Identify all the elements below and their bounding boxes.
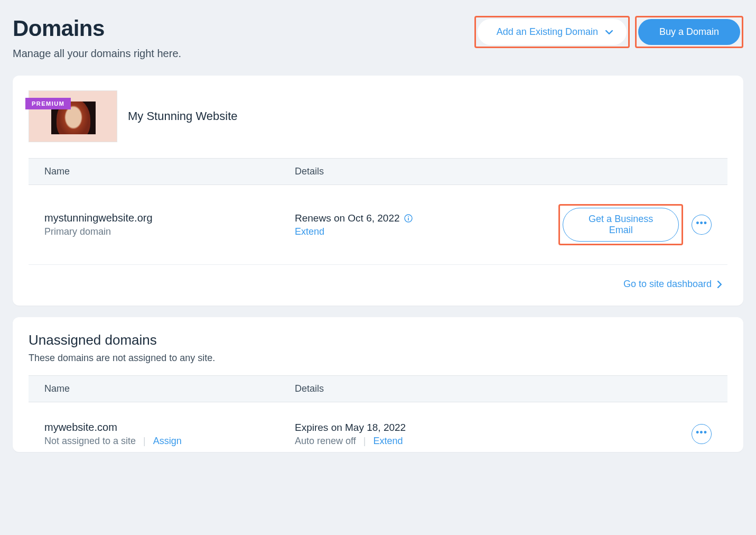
th-name: Name bbox=[44, 383, 295, 394]
svg-rect-1 bbox=[408, 218, 409, 220]
header-actions: Add an Existing Domain Buy a Domain bbox=[474, 16, 743, 48]
page-header: Domains Manage all your domains right he… bbox=[13, 16, 743, 60]
unassigned-subtitle: These domains are not assigned to any si… bbox=[29, 353, 727, 364]
domain-actions-cell: Get a Business Email ••• bbox=[558, 204, 712, 245]
site-card: PREMIUM My Stunning Website Name Details… bbox=[13, 76, 743, 306]
assign-link[interactable]: Assign bbox=[153, 436, 182, 447]
unassigned-table-header: Name Details bbox=[29, 375, 727, 402]
renewal-text: Renews on Oct 6, 2022 bbox=[295, 213, 558, 224]
buy-domain-label: Buy a Domain bbox=[659, 26, 719, 38]
add-existing-domain-button[interactable]: Add an Existing Domain bbox=[478, 19, 627, 45]
th-name: Name bbox=[44, 166, 295, 177]
domain-name: mystunningwebsite.org bbox=[44, 212, 295, 224]
domain-name-cell: mywebsite.com Not assigned to a site | A… bbox=[44, 421, 295, 447]
domain-subtext: Not assigned to a site | Assign bbox=[44, 436, 295, 447]
th-details: Details bbox=[295, 383, 712, 394]
info-icon[interactable] bbox=[404, 214, 413, 223]
chevron-down-icon bbox=[605, 29, 613, 36]
highlight-business-email: Get a Business Email bbox=[558, 204, 683, 245]
autorenew-line: Auto renew off | Extend bbox=[295, 436, 558, 447]
expiry-label: Expires on May 18, 2022 bbox=[295, 422, 406, 433]
dashboard-link-label: Go to site dashboard bbox=[623, 279, 712, 290]
highlight-add-existing: Add an Existing Domain bbox=[474, 16, 630, 48]
page-subtitle: Manage all your domains right here. bbox=[13, 48, 181, 60]
unassigned-sub-label: Not assigned to a site bbox=[44, 436, 136, 447]
separator: | bbox=[143, 436, 146, 447]
autorenew-label: Auto renew off bbox=[295, 436, 356, 447]
domain-subtext: Primary domain bbox=[44, 226, 295, 237]
highlight-buy-domain: Buy a Domain bbox=[635, 16, 743, 48]
th-details: Details bbox=[295, 166, 712, 177]
site-thumbnail: PREMIUM bbox=[29, 90, 117, 142]
site-card-footer: Go to site dashboard bbox=[13, 265, 743, 306]
expiry-text: Expires on May 18, 2022 bbox=[295, 422, 558, 433]
more-actions-button[interactable]: ••• bbox=[692, 424, 712, 444]
extend-link[interactable]: Extend bbox=[295, 226, 324, 237]
domain-name: mywebsite.com bbox=[44, 421, 295, 433]
domain-name-cell: mystunningwebsite.org Primary domain bbox=[44, 212, 295, 237]
domain-details-cell: Renews on Oct 6, 2022 Extend bbox=[295, 213, 558, 237]
table-row: mystunningwebsite.org Primary domain Ren… bbox=[29, 185, 727, 265]
premium-badge: PREMIUM bbox=[25, 98, 71, 109]
get-business-email-button[interactable]: Get a Business Email bbox=[563, 208, 679, 242]
chevron-right-icon bbox=[717, 281, 722, 288]
extend-line: Extend bbox=[295, 226, 558, 237]
site-header: PREMIUM My Stunning Website bbox=[13, 76, 743, 158]
unassigned-card: Unassigned domains These domains are not… bbox=[13, 317, 743, 452]
page-title: Domains bbox=[13, 16, 181, 41]
table-row: mywebsite.com Not assigned to a site | A… bbox=[29, 402, 727, 452]
unassigned-header: Unassigned domains These domains are not… bbox=[13, 317, 743, 375]
extend-link[interactable]: Extend bbox=[373, 436, 403, 447]
site-table-header: Name Details bbox=[29, 158, 727, 185]
renewal-label: Renews on Oct 6, 2022 bbox=[295, 213, 400, 224]
domain-details-cell: Expires on May 18, 2022 Auto renew off |… bbox=[295, 422, 558, 447]
go-to-dashboard-link[interactable]: Go to site dashboard bbox=[623, 279, 722, 290]
more-actions-button[interactable]: ••• bbox=[692, 215, 712, 235]
header-titles: Domains Manage all your domains right he… bbox=[13, 16, 181, 60]
site-title: My Stunning Website bbox=[128, 109, 237, 123]
unassigned-title: Unassigned domains bbox=[29, 332, 727, 348]
separator: | bbox=[363, 436, 366, 447]
business-email-label: Get a Business Email bbox=[589, 214, 653, 235]
buy-domain-button[interactable]: Buy a Domain bbox=[638, 19, 740, 45]
add-existing-domain-label: Add an Existing Domain bbox=[497, 26, 598, 38]
svg-rect-2 bbox=[408, 216, 409, 217]
domain-actions-cell: ••• bbox=[558, 424, 712, 444]
